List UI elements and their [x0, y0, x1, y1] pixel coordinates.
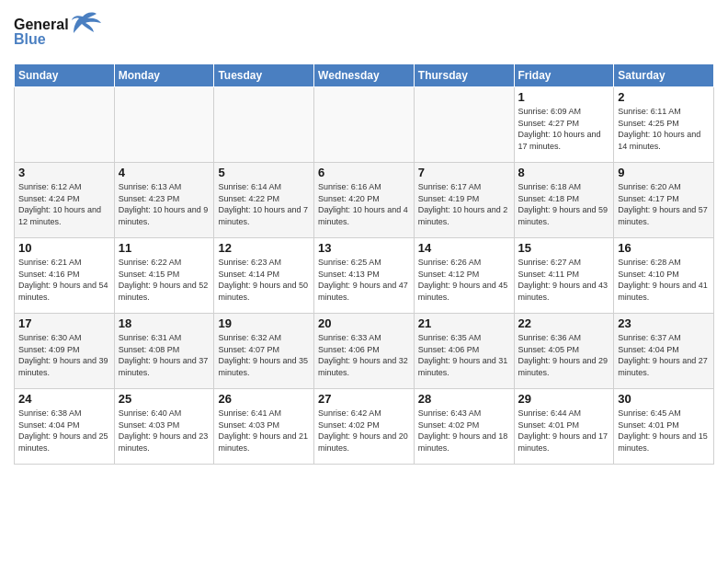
day-info: Sunrise: 6:18 AM Sunset: 4:18 PM Dayligh… — [518, 181, 610, 227]
logo: General Blue — [14, 9, 115, 54]
day-number: 17 — [18, 316, 110, 330]
day-number: 13 — [318, 241, 410, 255]
day-number: 7 — [418, 166, 510, 179]
day-info: Sunrise: 6:35 AM Sunset: 4:06 PM Dayligh… — [418, 332, 510, 378]
day-number: 10 — [18, 241, 110, 255]
day-number: 14 — [418, 241, 510, 255]
day-number: 4 — [119, 166, 210, 179]
day-info: Sunrise: 6:45 AM Sunset: 4:01 PM Dayligh… — [618, 408, 710, 454]
svg-text:General: General — [14, 17, 69, 32]
calendar-cell: 26Sunrise: 6:41 AM Sunset: 4:03 PM Dayli… — [214, 389, 314, 465]
day-info: Sunrise: 6:11 AM Sunset: 4:25 PM Dayligh… — [618, 106, 710, 152]
day-info: Sunrise: 6:28 AM Sunset: 4:10 PM Dayligh… — [618, 257, 710, 303]
calendar-cell: 28Sunrise: 6:43 AM Sunset: 4:02 PM Dayli… — [414, 389, 514, 465]
day-info: Sunrise: 6:44 AM Sunset: 4:01 PM Dayligh… — [518, 408, 610, 454]
day-info: Sunrise: 6:37 AM Sunset: 4:04 PM Dayligh… — [618, 332, 710, 378]
calendar-cell: 8Sunrise: 6:18 AM Sunset: 4:18 PM Daylig… — [514, 163, 614, 238]
calendar-cell: 30Sunrise: 6:45 AM Sunset: 4:01 PM Dayli… — [614, 389, 714, 465]
calendar-cell: 19Sunrise: 6:32 AM Sunset: 4:07 PM Dayli… — [214, 314, 314, 389]
day-info: Sunrise: 6:12 AM Sunset: 4:24 PM Dayligh… — [18, 181, 110, 227]
calendar-cell: 22Sunrise: 6:36 AM Sunset: 4:05 PM Dayli… — [514, 314, 614, 389]
weekday-header-sunday: Sunday — [15, 64, 115, 87]
week-row-1: 3Sunrise: 6:12 AM Sunset: 4:24 PM Daylig… — [15, 163, 714, 238]
day-info: Sunrise: 6:23 AM Sunset: 4:14 PM Dayligh… — [218, 257, 310, 303]
day-number: 11 — [119, 241, 210, 255]
page-header: General Blue — [14, 9, 714, 54]
day-number: 1 — [518, 90, 610, 104]
day-number: 24 — [18, 392, 110, 406]
day-info: Sunrise: 6:32 AM Sunset: 4:07 PM Dayligh… — [218, 332, 310, 378]
calendar-cell: 10Sunrise: 6:21 AM Sunset: 4:16 PM Dayli… — [15, 238, 115, 314]
day-number: 20 — [318, 316, 410, 330]
calendar-cell: 23Sunrise: 6:37 AM Sunset: 4:04 PM Dayli… — [614, 314, 714, 389]
calendar-cell: 1Sunrise: 6:09 AM Sunset: 4:27 PM Daylig… — [514, 87, 614, 163]
day-info: Sunrise: 6:21 AM Sunset: 4:16 PM Dayligh… — [18, 257, 110, 303]
weekday-header-saturday: Saturday — [614, 64, 714, 87]
week-row-0: 1Sunrise: 6:09 AM Sunset: 4:27 PM Daylig… — [15, 87, 714, 163]
day-number: 22 — [518, 316, 610, 330]
calendar-cell: 29Sunrise: 6:44 AM Sunset: 4:01 PM Dayli… — [514, 389, 614, 465]
calendar-cell — [314, 87, 415, 163]
day-number: 21 — [418, 316, 510, 330]
calendar-cell: 3Sunrise: 6:12 AM Sunset: 4:24 PM Daylig… — [15, 163, 115, 238]
day-info: Sunrise: 6:38 AM Sunset: 4:04 PM Dayligh… — [18, 408, 110, 454]
day-info: Sunrise: 6:31 AM Sunset: 4:08 PM Dayligh… — [119, 332, 210, 378]
calendar-table: SundayMondayTuesdayWednesdayThursdayFrid… — [14, 63, 714, 465]
day-number: 5 — [218, 166, 310, 179]
calendar-cell: 25Sunrise: 6:40 AM Sunset: 4:03 PM Dayli… — [114, 389, 214, 465]
day-info: Sunrise: 6:17 AM Sunset: 4:19 PM Dayligh… — [418, 181, 510, 227]
day-number: 2 — [618, 90, 710, 104]
calendar-cell: 15Sunrise: 6:27 AM Sunset: 4:11 PM Dayli… — [514, 238, 614, 314]
calendar-cell: 14Sunrise: 6:26 AM Sunset: 4:12 PM Dayli… — [414, 238, 514, 314]
svg-text:Blue: Blue — [14, 31, 46, 47]
calendar-cell: 16Sunrise: 6:28 AM Sunset: 4:10 PM Dayli… — [614, 238, 714, 314]
day-number: 23 — [618, 316, 710, 330]
week-row-3: 17Sunrise: 6:30 AM Sunset: 4:09 PM Dayli… — [15, 314, 714, 389]
calendar-cell: 7Sunrise: 6:17 AM Sunset: 4:19 PM Daylig… — [414, 163, 514, 238]
calendar-cell: 5Sunrise: 6:14 AM Sunset: 4:22 PM Daylig… — [214, 163, 314, 238]
weekday-header-row: SundayMondayTuesdayWednesdayThursdayFrid… — [15, 64, 714, 87]
day-number: 3 — [18, 166, 110, 179]
day-number: 15 — [518, 241, 610, 255]
week-row-2: 10Sunrise: 6:21 AM Sunset: 4:16 PM Dayli… — [15, 238, 714, 314]
weekday-header-tuesday: Tuesday — [214, 64, 314, 87]
day-info: Sunrise: 6:40 AM Sunset: 4:03 PM Dayligh… — [119, 408, 210, 454]
day-number: 12 — [218, 241, 310, 255]
day-info: Sunrise: 6:14 AM Sunset: 4:22 PM Dayligh… — [218, 181, 310, 227]
day-info: Sunrise: 6:41 AM Sunset: 4:03 PM Dayligh… — [218, 408, 310, 454]
calendar-cell — [414, 87, 514, 163]
week-row-4: 24Sunrise: 6:38 AM Sunset: 4:04 PM Dayli… — [15, 389, 714, 465]
day-info: Sunrise: 6:42 AM Sunset: 4:02 PM Dayligh… — [318, 408, 410, 454]
weekday-header-wednesday: Wednesday — [314, 64, 415, 87]
calendar-cell: 2Sunrise: 6:11 AM Sunset: 4:25 PM Daylig… — [614, 87, 714, 163]
day-number: 30 — [618, 392, 710, 406]
day-number: 27 — [318, 392, 410, 406]
day-number: 9 — [618, 166, 710, 179]
day-number: 28 — [418, 392, 510, 406]
calendar-cell: 11Sunrise: 6:22 AM Sunset: 4:15 PM Dayli… — [114, 238, 214, 314]
calendar-cell: 27Sunrise: 6:42 AM Sunset: 4:02 PM Dayli… — [314, 389, 415, 465]
weekday-header-monday: Monday — [114, 64, 214, 87]
day-info: Sunrise: 6:43 AM Sunset: 4:02 PM Dayligh… — [418, 408, 510, 454]
calendar-cell: 12Sunrise: 6:23 AM Sunset: 4:14 PM Dayli… — [214, 238, 314, 314]
calendar-cell — [114, 87, 214, 163]
day-info: Sunrise: 6:16 AM Sunset: 4:20 PM Dayligh… — [318, 181, 410, 227]
calendar-cell — [15, 87, 115, 163]
page-container: General Blue SundayMondayTuesdayWednesda… — [0, 0, 728, 474]
day-number: 8 — [518, 166, 610, 179]
calendar-cell: 4Sunrise: 6:13 AM Sunset: 4:23 PM Daylig… — [114, 163, 214, 238]
day-info: Sunrise: 6:13 AM Sunset: 4:23 PM Dayligh… — [119, 181, 210, 227]
calendar-cell: 20Sunrise: 6:33 AM Sunset: 4:06 PM Dayli… — [314, 314, 415, 389]
calendar-cell: 9Sunrise: 6:20 AM Sunset: 4:17 PM Daylig… — [614, 163, 714, 238]
day-info: Sunrise: 6:36 AM Sunset: 4:05 PM Dayligh… — [518, 332, 610, 378]
day-number: 26 — [218, 392, 310, 406]
calendar-cell: 18Sunrise: 6:31 AM Sunset: 4:08 PM Dayli… — [114, 314, 214, 389]
weekday-header-thursday: Thursday — [414, 64, 514, 87]
weekday-header-friday: Friday — [514, 64, 614, 87]
logo-text: General Blue — [14, 9, 115, 54]
day-number: 25 — [119, 392, 210, 406]
day-info: Sunrise: 6:33 AM Sunset: 4:06 PM Dayligh… — [318, 332, 410, 378]
calendar-cell: 6Sunrise: 6:16 AM Sunset: 4:20 PM Daylig… — [314, 163, 415, 238]
calendar-cell — [214, 87, 314, 163]
calendar-cell: 13Sunrise: 6:25 AM Sunset: 4:13 PM Dayli… — [314, 238, 415, 314]
